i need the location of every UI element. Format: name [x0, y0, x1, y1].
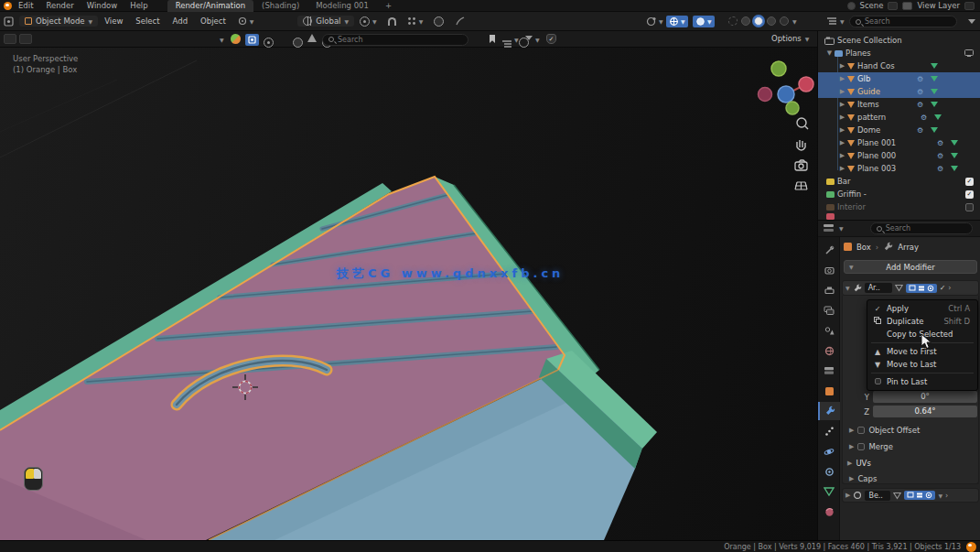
- section-merge[interactable]: ▶ Merge: [849, 442, 893, 451]
- shield-check-icon[interactable]: ✓: [546, 34, 556, 44]
- outliner-row-bar[interactable]: Bar ✓: [818, 175, 980, 188]
- collapse-icon[interactable]: ▼: [845, 285, 850, 291]
- outliner-row-griffin[interactable]: Griffin - ✓: [818, 188, 980, 200]
- material-preview-icon[interactable]: [754, 16, 763, 26]
- extras-menu-icon[interactable]: ›: [948, 284, 951, 292]
- view-layer-selector[interactable]: View Layer: [917, 1, 960, 10]
- modifier-name-field[interactable]: Ar..: [865, 283, 892, 293]
- chevron-down-icon[interactable]: ▼: [220, 37, 224, 43]
- section-object-offset[interactable]: ▶ Object Offset: [849, 426, 920, 435]
- breadcrumb-object[interactable]: Box: [856, 243, 871, 252]
- editor-type-icon[interactable]: [823, 223, 835, 233]
- wireframe-shading-icon[interactable]: [728, 16, 738, 26]
- shading-extra-icon[interactable]: [780, 16, 789, 26]
- shading-dropdown[interactable]: ▼: [792, 18, 797, 25]
- menu-item-pin-to-last[interactable]: Pin to Last: [867, 375, 977, 388]
- properties-search[interactable]: [870, 222, 973, 234]
- viewport-menu-select[interactable]: Select: [129, 16, 166, 27]
- scene-selector[interactable]: Scene: [860, 1, 884, 10]
- section-uvs[interactable]: ▶ UVs: [847, 459, 871, 468]
- 3d-viewport[interactable]: User Perspective (1) Orange | Box 技艺CG w…: [0, 48, 817, 540]
- tab-tool[interactable]: [818, 241, 840, 259]
- expand-icon[interactable]: ▶: [838, 139, 846, 146]
- restrict-render-icon[interactable]: [964, 49, 974, 57]
- ghost-origins-toggle[interactable]: [428, 16, 449, 27]
- chevron-down-icon[interactable]: ▼: [535, 37, 540, 43]
- tab-particles[interactable]: [818, 422, 840, 440]
- tab-view-layer[interactable]: [818, 301, 840, 319]
- outliner-display-mode-dropdown[interactable]: ▼: [821, 16, 850, 26]
- expand-icon[interactable]: ▶: [838, 126, 846, 134]
- expand-icon[interactable]: ▶: [838, 114, 846, 121]
- snap-toggle[interactable]: [382, 17, 402, 26]
- chevron-down-icon[interactable]: ▼: [839, 225, 844, 232]
- outliner-row-items[interactable]: ▶ Items ⚙: [818, 98, 980, 111]
- menu-window[interactable]: Window: [81, 0, 124, 12]
- active-filter-toggle[interactable]: [245, 34, 259, 46]
- outliner-row-plane-003[interactable]: ▶ Plane 003 ⚙: [818, 162, 980, 175]
- expand-icon[interactable]: ▶: [838, 75, 846, 82]
- edit-mode-display-icon[interactable]: [895, 284, 903, 292]
- solid-shading-icon[interactable]: [741, 16, 750, 26]
- edit-mode-display-icon[interactable]: [893, 492, 901, 500]
- outliner-row-partial[interactable]: [818, 213, 980, 220]
- outliner-row-glb[interactable]: ▶ Glb ⚙: [818, 72, 980, 85]
- expand-icon[interactable]: ▶: [838, 88, 846, 95]
- tab-physics[interactable]: [818, 442, 840, 460]
- viewport-menu-object[interactable]: Object: [194, 16, 232, 27]
- mode-selector[interactable]: Object Mode ▼: [19, 16, 98, 27]
- outliner-row-planes[interactable]: ▼ Planes: [818, 47, 980, 60]
- tab-constraints[interactable]: [818, 462, 840, 481]
- outliner-row-plane-001[interactable]: ▶ Plane 001 ⚙: [818, 136, 980, 149]
- menu-item-duplicate[interactable]: Duplicate Shift D: [867, 315, 977, 328]
- tab-object-data[interactable]: [818, 482, 840, 501]
- tab-scene[interactable]: [818, 321, 840, 340]
- workspace-tab-add[interactable]: +: [377, 0, 400, 12]
- display-toggle-group[interactable]: [904, 491, 935, 500]
- apply-check-icon[interactable]: ✓: [940, 284, 946, 292]
- remove-view-layer-button[interactable]: [964, 2, 975, 10]
- breadcrumb-modifier[interactable]: Array: [898, 243, 919, 252]
- outliner-row-plane-000[interactable]: ▶ Plane 000 ⚙: [818, 149, 980, 162]
- outliner-row-dome[interactable]: ▶ Dome ⚙: [818, 124, 980, 136]
- chevron-down-icon[interactable]: ▼: [514, 37, 519, 43]
- outliner-row-scene-collection[interactable]: Scene Collection: [818, 34, 980, 47]
- blender-logo-icon[interactable]: [4, 2, 12, 10]
- value-field-y[interactable]: 0°: [873, 391, 977, 403]
- tab-world[interactable]: [818, 341, 840, 360]
- display-toggle-group[interactable]: [906, 284, 937, 293]
- collapse-icon[interactable]: ▼: [825, 49, 834, 57]
- new-scene-button[interactable]: [888, 2, 898, 10]
- xray-toggle[interactable]: ▼: [693, 16, 715, 27]
- menu-help[interactable]: Help: [124, 0, 154, 12]
- viewport-menu-view[interactable]: View: [98, 16, 129, 27]
- outliner-row-hand-cos[interactable]: ▶ Hand Cos: [818, 60, 980, 72]
- options-dropdown[interactable]: Options▼: [771, 34, 809, 43]
- viewport-menu-add[interactable]: Add: [167, 16, 194, 27]
- transform-pivot-dropdown[interactable]: ▼: [232, 16, 260, 26]
- outliner-row-guide[interactable]: ▶ Guide ⚙: [818, 85, 980, 98]
- tab-modifiers[interactable]: [818, 402, 840, 420]
- editor-type-icon[interactable]: [0, 16, 19, 27]
- checkbox-unchecked-icon[interactable]: [857, 427, 865, 434]
- tab-object[interactable]: [818, 382, 840, 400]
- checkbox-unchecked-icon[interactable]: [857, 443, 865, 450]
- menu-render[interactable]: Render: [39, 0, 80, 12]
- filter-cone-icon[interactable]: [307, 34, 317, 42]
- menu-item-apply[interactable]: ✓ Apply Ctrl A: [867, 302, 977, 315]
- outliner-row-interior[interactable]: Interior ✓: [818, 200, 980, 213]
- modifier-name-field[interactable]: Be..: [865, 491, 890, 501]
- outliner-filter-dropdown[interactable]: [963, 19, 980, 24]
- transform-orientation-dropdown[interactable]: Global ▼: [297, 16, 354, 27]
- proportional-editing-dropdown[interactable]: ▼: [354, 16, 382, 27]
- filter-sphere-icon-1[interactable]: [264, 38, 274, 48]
- expand-icon[interactable]: ▶: [845, 492, 850, 499]
- menu-item-move-to-last[interactable]: ▼ Move to Last: [867, 358, 977, 371]
- outliner-search-input[interactable]: [865, 17, 951, 26]
- workspace-tab-render-animation[interactable]: Render/Animation: [167, 0, 253, 12]
- menu-edit[interactable]: Edit: [12, 0, 39, 12]
- section-caps[interactable]: ▶ Caps: [849, 474, 877, 483]
- outliner-row-pattern[interactable]: ▶ pattern ⚙: [818, 111, 980, 124]
- checkbox-checked-icon[interactable]: ✓: [965, 178, 974, 186]
- filter-funnel-icon[interactable]: [525, 36, 533, 40]
